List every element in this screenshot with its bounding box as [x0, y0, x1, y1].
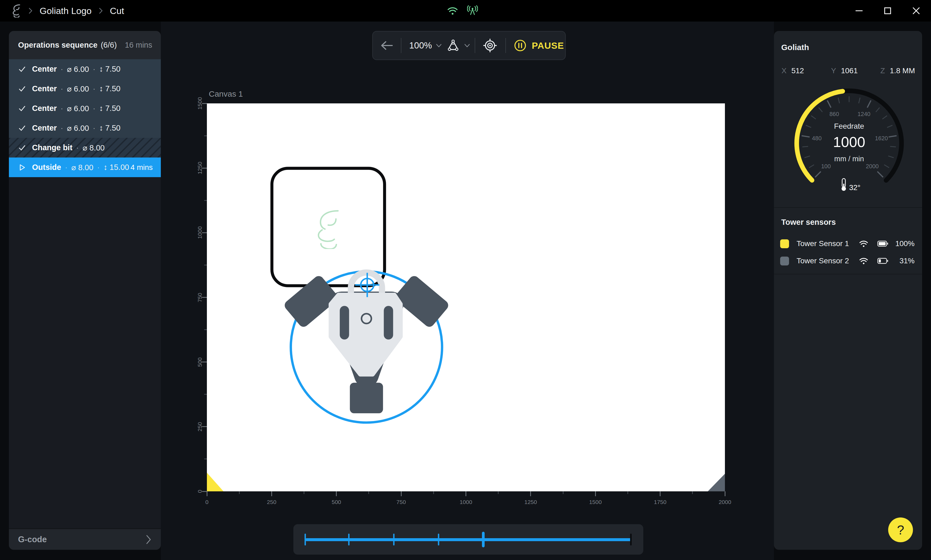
- timeline-playhead[interactable]: [482, 532, 485, 547]
- gauge-minor-tick: [818, 108, 822, 112]
- operation-row[interactable]: Center·⌀ 6.00·↕ 7.50: [9, 118, 161, 138]
- coord-z-value: 1.8 MM: [890, 66, 915, 75]
- operation-bit-diameter: ⌀ 6.00: [67, 65, 89, 74]
- canvas-toolbar: 100%: [372, 31, 566, 60]
- chevron-right-icon: [146, 534, 152, 545]
- chevron-right-icon: [28, 7, 32, 15]
- ruler-tick: [204, 394, 207, 395]
- operations-total-time: 16 mins: [125, 41, 152, 49]
- sensor-color-swatch: [780, 257, 789, 265]
- tower-sensor-row[interactable]: Tower Sensor 231%: [774, 252, 922, 269]
- robot-select[interactable]: [446, 31, 470, 60]
- chevron-right-icon: [99, 7, 103, 15]
- operation-row[interactable]: Center·⌀ 6.00·↕ 7.50: [9, 98, 161, 118]
- sensor-battery-percent: 31%: [892, 257, 914, 265]
- gauge-major-tick: [827, 100, 831, 108]
- operation-row[interactable]: Outside·⌀ 8.00·↕ 15.004 mins: [9, 157, 161, 177]
- separator-dot: ·: [93, 84, 96, 93]
- operation-row[interactable]: Center·⌀ 6.00·↕ 7.50: [9, 79, 161, 98]
- far-corner-marker: [708, 474, 725, 491]
- gauge-tick-label: 1620: [875, 135, 888, 142]
- toolbar-divider: [401, 38, 401, 53]
- check-icon: [18, 105, 26, 112]
- ruler-tick: [368, 491, 369, 494]
- pause-button[interactable]: PAUSE: [514, 31, 564, 60]
- back-button[interactable]: [380, 31, 393, 60]
- pause-icon: [514, 39, 526, 52]
- separator-dot: ·: [93, 104, 96, 113]
- goliath-cnc-app: Goliath Logo Cut: [0, 0, 931, 560]
- operations-header: Operations sequence (6/6) 16 mins: [9, 31, 161, 59]
- goliath-logo-icon[interactable]: [12, 4, 21, 17]
- timeline-tick: [348, 534, 350, 545]
- separator-dot: ·: [76, 143, 79, 152]
- gauge-minor-tick: [882, 116, 887, 119]
- ruler-tick: [498, 491, 499, 494]
- engraving-logo-preview: [318, 211, 338, 249]
- ruler-tick-label: 1500: [197, 97, 203, 110]
- operation-row[interactable]: Center·⌀ 6.00·↕ 7.50: [9, 59, 161, 79]
- cut-path-outline[interactable]: [272, 168, 384, 286]
- gcode-expander[interactable]: G-code: [9, 529, 161, 550]
- gauge-minor-tick: [890, 146, 896, 147]
- timeline-track[interactable]: [305, 538, 632, 541]
- ruler-tick: [660, 491, 661, 496]
- gauge-minor-tick: [884, 165, 889, 168]
- locate-target-button[interactable]: [483, 31, 497, 60]
- zoom-select[interactable]: 100%: [409, 31, 442, 60]
- gauge-major-tick: [889, 136, 897, 137]
- breadcrumb-project[interactable]: Goliath Logo: [40, 6, 92, 16]
- coord-y-label: Y: [831, 66, 836, 75]
- gauge-minor-tick: [811, 116, 816, 119]
- timeline-tick: [393, 534, 395, 545]
- ruler-tick: [530, 491, 531, 496]
- operation-bit-diameter: ⌀ 8.00: [71, 163, 94, 172]
- ruler-tick-label: 500: [331, 499, 341, 505]
- separator-dot: ·: [61, 84, 63, 93]
- check-icon: [18, 124, 26, 132]
- ruler-tick-label: 1000: [459, 499, 472, 505]
- operations-list: Center·⌀ 6.00·↕ 7.50Center·⌀ 6.00·↕ 7.50…: [9, 59, 161, 177]
- minimize-button[interactable]: [852, 3, 866, 18]
- tower-sensor-row[interactable]: Tower Sensor 1100%: [774, 235, 922, 252]
- tower-sensors-title: Tower sensors: [781, 218, 836, 227]
- battery-icon: [877, 241, 888, 247]
- pause-label: PAUSE: [532, 40, 564, 51]
- timeline-end-marker: [630, 534, 632, 545]
- panel-divider: [774, 274, 922, 274]
- canvas-title: Canvas 1: [209, 89, 243, 98]
- timeline-tick: [438, 534, 439, 545]
- operation-depth: ↕ 7.50: [99, 104, 120, 113]
- maximize-button[interactable]: [880, 3, 895, 18]
- ruler-tick: [595, 491, 596, 496]
- operation-row[interactable]: Change bit·⌀ 8.00: [9, 138, 161, 157]
- coord-z-label: Z: [880, 66, 885, 75]
- wifi-icon: [447, 6, 458, 15]
- ruler-tick-label: 750: [197, 293, 203, 302]
- close-button[interactable]: [909, 3, 923, 18]
- feedrate-unit: mm / min: [834, 155, 864, 163]
- robot-illustration[interactable]: [283, 272, 450, 413]
- ruler-tick-label: 2000: [719, 499, 731, 505]
- robot-plate-slot-right: [384, 306, 393, 340]
- operation-bit-diameter: ⌀ 6.00: [67, 84, 89, 94]
- operations-count: (6/6): [101, 41, 117, 49]
- ruler-tick: [204, 458, 207, 459]
- breadcrumb-page[interactable]: Cut: [110, 6, 124, 16]
- ruler-tick: [304, 491, 304, 494]
- operation-label: Outside: [32, 163, 61, 172]
- help-button[interactable]: ?: [888, 517, 913, 542]
- operation-label: Change bit: [32, 143, 72, 152]
- job-timeline: [293, 524, 643, 555]
- sensor-color-swatch: [780, 239, 789, 248]
- gauge-minor-tick: [859, 98, 860, 103]
- ruler-tick-label: 1250: [524, 499, 537, 505]
- separator-dot: ·: [65, 163, 68, 172]
- sensor-name: Tower Sensor 1: [797, 239, 849, 248]
- ruler-tick-label: 750: [396, 499, 406, 505]
- ruler-tick: [692, 491, 693, 494]
- panel-divider: [774, 207, 922, 208]
- toolbar-divider: [475, 38, 475, 53]
- separator-dot: ·: [93, 65, 96, 74]
- canvas-viewport[interactable]: [207, 103, 725, 491]
